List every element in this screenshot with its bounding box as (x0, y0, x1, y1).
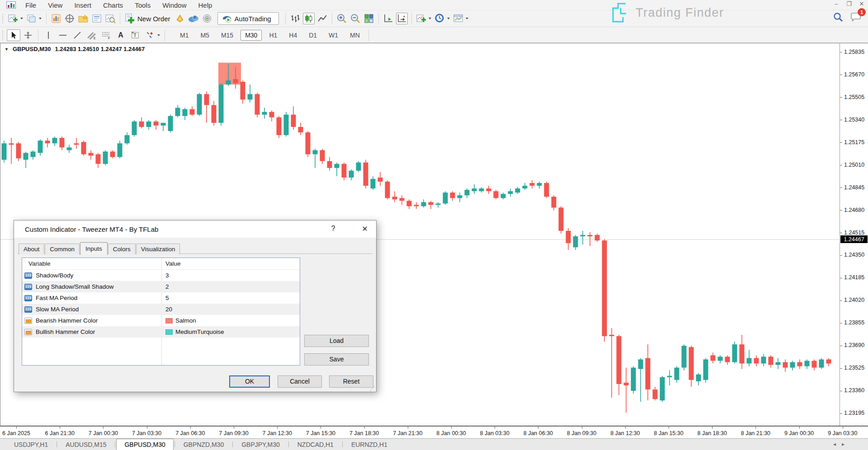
save-button[interactable]: Save (304, 353, 369, 366)
timeframe-h4[interactable]: H4 (284, 30, 302, 41)
time-axis[interactable]: 6 Jan 20256 Jan 21:307 Jan 00:307 Jan 03… (0, 426, 868, 438)
search-icon[interactable] (833, 12, 844, 24)
menu-insert[interactable]: Insert (68, 1, 97, 9)
load-button[interactable]: Load (304, 335, 369, 347)
line-chart-type-button[interactable] (316, 13, 328, 24)
cancel-button[interactable]: Cancel (278, 375, 322, 388)
trendline-tool[interactable] (71, 29, 84, 41)
zoom-in-button[interactable] (336, 13, 348, 24)
zoom-out-button[interactable] (349, 13, 361, 24)
symbol-dropdown-icon[interactable]: ▼ (5, 47, 9, 52)
fibonacci-tool[interactable]: F (99, 29, 113, 41)
price-axis[interactable]: 1.258351.256701.255051.253401.251751.250… (840, 43, 868, 426)
tab-scroll-right-icon[interactable]: ▸ (842, 441, 844, 447)
timeframe-d1[interactable]: D1 (304, 30, 321, 41)
timeframe-m15[interactable]: M15 (217, 30, 238, 41)
close-button[interactable]: ✕ (855, 0, 868, 8)
dialog-titlebar[interactable]: Custom Indicator - Tweezer MT4 - By TFLa… (14, 220, 376, 238)
new-order-icon[interactable] (124, 13, 136, 24)
symbol-tab-gbpusd-m30[interactable]: GBPUSD,M30 (116, 439, 173, 450)
dialog-tab-common[interactable]: Common (45, 244, 80, 254)
param-value[interactable]: 2 (165, 283, 169, 290)
chart-shift-button[interactable] (396, 13, 408, 24)
text-label-tool[interactable]: T (128, 29, 142, 41)
dialog-help-button[interactable]: ? (328, 225, 338, 233)
dialog-tab-about[interactable]: About (19, 244, 44, 254)
chart-ohlc-label[interactable]: ▼ GBPUSD,M30 1.24283 1.24510 1.24247 1.2… (5, 46, 145, 52)
param-row[interactable]: Bearish Hammer ColorSalmon (22, 315, 300, 326)
bar-chart-type-button[interactable] (289, 13, 301, 24)
symbol-tab-gbpjpy-m30[interactable]: GBPJPY,M30 (234, 439, 288, 450)
equidistant-channel-tool[interactable]: E (85, 29, 99, 41)
indicators-dropdown-icon[interactable] (429, 18, 431, 19)
autotrading-button[interactable]: AutoTrading (217, 12, 279, 25)
reset-button[interactable]: Reset (329, 375, 373, 388)
menu-view[interactable]: View (42, 1, 68, 9)
text-tool[interactable]: A (114, 29, 127, 41)
symbol-tab-audusd-m15[interactable]: AUDUSD,M15 (58, 439, 114, 450)
dialog-tab-visualization[interactable]: Visualization (136, 244, 180, 254)
profiles-button[interactable] (26, 13, 38, 24)
symbol-tab-eurnzd-h1[interactable]: EURNZD,H1 (344, 439, 395, 450)
crosshair-tool[interactable] (21, 29, 35, 41)
menu-tools[interactable]: Tools (129, 1, 156, 9)
toolbar-grip[interactable] (2, 14, 4, 23)
param-value[interactable]: Salmon (165, 317, 196, 324)
symbol-tab-nzdcad-h1[interactable]: NZDCAD,H1 (290, 439, 341, 450)
toolbar-grip2[interactable] (2, 30, 4, 40)
menu-help[interactable]: Help (193, 1, 218, 9)
param-row[interactable]: 123Slow MA Period20 (22, 304, 300, 315)
tab-scroll-left-icon[interactable]: ◂ (833, 441, 836, 447)
new-order-button[interactable]: New Order (137, 15, 170, 23)
signals-icon[interactable] (201, 13, 213, 24)
templates-dropdown-icon[interactable] (466, 18, 468, 19)
menu-file[interactable]: File (19, 1, 42, 9)
dialog-tab-inputs[interactable]: Inputs (80, 242, 108, 255)
strategy-tester-button[interactable] (104, 13, 116, 24)
vertical-line-tool[interactable] (42, 29, 55, 41)
mql5-community-icon[interactable] (174, 13, 186, 24)
param-value[interactable]: 20 (165, 306, 172, 313)
param-value[interactable]: 5 (165, 295, 169, 301)
restore-button[interactable]: ❐ (843, 0, 855, 8)
dialog-close-button[interactable]: ✕ (360, 225, 370, 233)
param-value[interactable]: 3 (165, 272, 169, 279)
timeframe-mn[interactable]: MN (345, 30, 364, 41)
indicators-button[interactable] (415, 13, 427, 24)
new-chart-dropdown-icon[interactable] (20, 18, 23, 19)
param-value[interactable]: MediumTurquoise (165, 328, 224, 335)
menu-charts[interactable]: Charts (97, 1, 129, 9)
horizontal-line-tool[interactable] (56, 29, 70, 41)
timeframe-m5[interactable]: M5 (196, 30, 213, 41)
templates-button[interactable] (453, 13, 464, 24)
minimize-button[interactable]: – (830, 0, 843, 8)
auto-scroll-button[interactable] (382, 13, 394, 24)
market-watch-button[interactable] (50, 13, 62, 24)
arrows-tool[interactable] (143, 29, 156, 41)
param-row[interactable]: 123Long Shadow/Small Shadow2 (22, 281, 300, 292)
ok-button[interactable]: OK (229, 375, 270, 388)
cursor-tool[interactable] (7, 29, 20, 41)
arrows-dropdown-icon[interactable] (157, 34, 160, 36)
candlestick-chart-type-button[interactable] (303, 13, 315, 24)
param-row[interactable]: 123Fast MA Period5 (22, 292, 300, 304)
terminal-button[interactable] (91, 13, 103, 24)
timeframe-w1[interactable]: W1 (324, 30, 343, 41)
new-chart-button[interactable] (7, 13, 19, 24)
timeframe-h1[interactable]: H1 (264, 30, 282, 41)
periods-dropdown-icon[interactable] (447, 18, 450, 19)
data-window-button[interactable] (64, 13, 75, 24)
periods-button[interactable] (434, 13, 446, 24)
dialog-resize-grip[interactable]: ⋰ (369, 385, 375, 392)
profiles-dropdown-icon[interactable] (39, 18, 42, 19)
menu-window[interactable]: Window (156, 1, 192, 9)
timeframe-m1[interactable]: M1 (175, 30, 193, 41)
param-row[interactable]: 123Shadow/Body3 (22, 270, 300, 281)
symbol-tab-gbpnzd-m30[interactable]: GBPNZD,M30 (176, 439, 231, 450)
symbol-tab-usdjpy-h1[interactable]: USDJPY,H1 (6, 439, 56, 450)
chat-icon[interactable]: 1 (850, 12, 862, 24)
param-row[interactable]: Bullish Hammer ColorMediumTurquoise (22, 326, 300, 338)
navigator-button[interactable] (77, 13, 89, 24)
dialog-tab-colors[interactable]: Colors (108, 244, 136, 254)
timeframe-m30[interactable]: M30 (241, 30, 262, 41)
